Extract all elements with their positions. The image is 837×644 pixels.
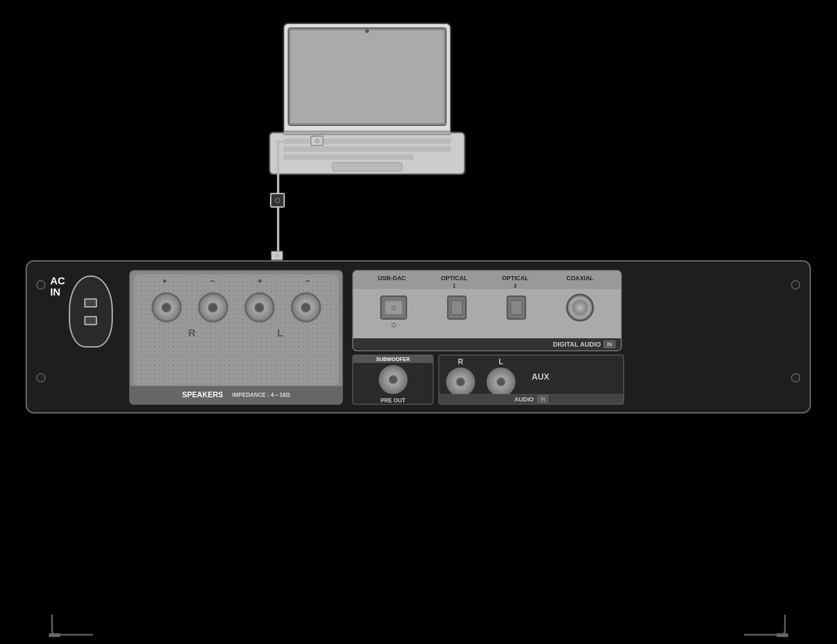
aux-label: AUX	[532, 372, 549, 382]
speaker-terminal-l-plus	[244, 292, 275, 322]
bottom-cable-right-end	[777, 633, 788, 637]
bottom-cable-left-end	[49, 633, 60, 637]
speaker-minus-r: −	[210, 277, 214, 285]
svg-rect-8	[283, 131, 451, 135]
svg-rect-5	[283, 146, 451, 152]
coaxial-port	[566, 294, 594, 322]
screw-top-left	[36, 280, 46, 289]
usb-connector-a: ⬡	[310, 136, 323, 146]
speakers-label-bar: SPEAKERS IMPEDANCE : 4～16Ω	[130, 386, 342, 404]
speakers-section: + − + −	[129, 270, 343, 405]
svg-rect-6	[283, 154, 414, 160]
digital-audio-label-text: DIGITAL AUDIO	[553, 341, 601, 348]
ac-in-label2: IN	[50, 287, 65, 298]
digital-ports-row: ⬡ ⬡	[353, 289, 621, 325]
ac-in-label: AC	[50, 276, 65, 287]
usb-dac-port: ⬡ ⬡	[380, 296, 407, 320]
audio-r-knob	[446, 368, 475, 396]
speaker-plus-r: +	[163, 277, 167, 285]
coaxial-label: COAXIAL	[561, 275, 599, 289]
audio-in-label-bar: AUDIO IN	[439, 394, 623, 404]
optical1-port	[447, 296, 467, 320]
audio-label-text: AUDIO	[514, 396, 534, 403]
usb-dac-label: USB-DAC	[376, 275, 408, 289]
digital-audio-in-badge: IN	[604, 341, 615, 348]
optical1-label: OPTICAL1	[439, 275, 469, 289]
audio-l-label: L	[499, 358, 503, 366]
screw-bottom-right	[791, 373, 800, 382]
usb-cable-horizontal	[276, 141, 313, 143]
audio-l-knob	[487, 368, 515, 396]
usb-connector-b: ⬡	[271, 251, 283, 260]
pre-out-label: PRE OUT	[353, 396, 433, 405]
speaker-channel-r-label: R	[164, 327, 220, 339]
subwoofer-label-bar: SUBWOOFER	[353, 355, 433, 363]
speaker-plus-l: +	[258, 277, 262, 285]
speaker-terminal-r-plus	[152, 292, 182, 322]
pre-out-section: SUBWOOFER PRE OUT	[352, 355, 434, 405]
svg-rect-7	[332, 163, 402, 171]
subwoofer-knob	[379, 365, 408, 394]
audio-in-badge: IN	[537, 395, 548, 403]
ac-pin-top	[84, 298, 97, 308]
speaker-minus-l: −	[305, 277, 310, 285]
bottom-cable-right	[744, 615, 786, 636]
bottom-cable-left	[51, 615, 93, 636]
speaker-terminal-l-minus	[291, 292, 321, 322]
optical2-port	[507, 296, 526, 320]
usb-symbol-on-cable: ⬡	[270, 193, 285, 208]
optical2-label: OPTICAL2	[500, 275, 530, 289]
digital-audio-in-label: DIGITAL AUDIO IN	[353, 338, 621, 350]
impedance-label: IMPEDANCE : 4～16Ω	[232, 391, 290, 399]
speaker-terminal-area: + − + −	[134, 275, 338, 385]
screw-top-right	[791, 280, 800, 289]
laptop-illustration	[246, 14, 488, 191]
audio-in-section: R L AUX AUDIO IN	[438, 355, 624, 405]
audio-r-label: R	[458, 358, 463, 366]
amplifier-body: AC IN + − + −	[26, 260, 811, 414]
ac-in-section: AC IN	[50, 276, 125, 401]
speakers-label: SPEAKERS	[182, 391, 223, 399]
speaker-channel-l-label: L	[252, 327, 308, 339]
digital-audio-section: USB-DAC OPTICAL1 OPTICAL2 COAXIAL ⬡ ⬡	[352, 270, 622, 351]
ac-pin-bottom	[84, 316, 97, 325]
ac-socket	[69, 276, 113, 348]
svg-rect-2	[290, 30, 444, 123]
screw-bottom-left	[36, 373, 46, 382]
digital-port-labels: USB-DAC OPTICAL1 OPTICAL2 COAXIAL	[353, 271, 621, 289]
speaker-terminal-r-minus	[198, 292, 228, 322]
svg-point-9	[365, 29, 369, 33]
